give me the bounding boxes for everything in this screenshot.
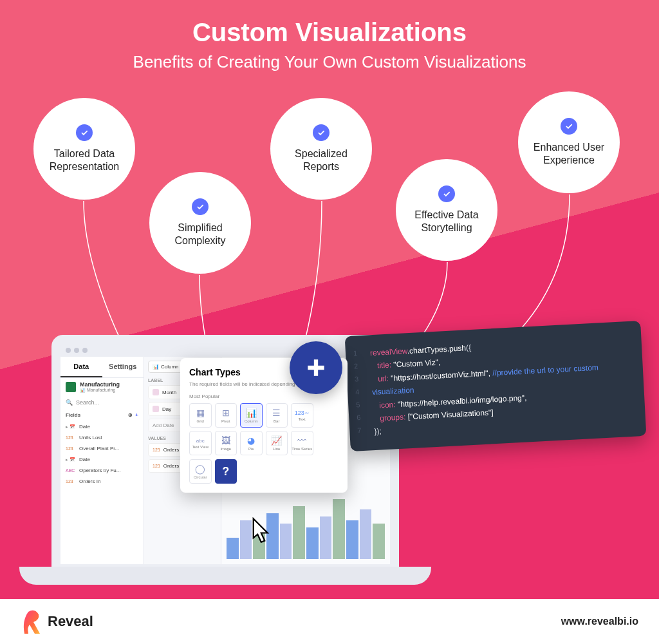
add-button[interactable] bbox=[290, 341, 342, 394]
code-snippet: 1234567 revealView.chartTypes.push({ tit… bbox=[345, 321, 647, 451]
check-icon bbox=[76, 124, 93, 141]
field-orders[interactable]: 123Orders In bbox=[60, 476, 144, 487]
field-plant[interactable]: 123Overall Plant Pr... bbox=[60, 443, 144, 454]
field-operators[interactable]: ABCOperators by Fu... bbox=[60, 465, 144, 476]
cursor-icon bbox=[245, 515, 274, 553]
globe-icon[interactable]: ⊕ bbox=[128, 412, 133, 418]
check-icon bbox=[313, 124, 330, 141]
field-date2[interactable]: ▸ 📅Date bbox=[60, 454, 144, 465]
footer: Reveal www.revealbi.io bbox=[0, 599, 659, 644]
chart-pie[interactable]: ◕Pie bbox=[240, 431, 263, 455]
page-title: Custom Visualizations bbox=[0, 0, 659, 47]
footer-url: www.revealbi.io bbox=[561, 616, 638, 627]
bubble-storytelling: Effective Data Storytelling bbox=[396, 159, 497, 261]
page-subtitle: Benefits of Creating Your Own Custom Vis… bbox=[0, 52, 659, 72]
chart-image[interactable]: 🖼Image bbox=[215, 431, 237, 455]
window-dots bbox=[60, 344, 390, 357]
chart-circular[interactable]: ◯Circular bbox=[189, 459, 212, 484]
bubble-specialized: Specialized Reports bbox=[270, 98, 372, 200]
tab-data[interactable]: Data bbox=[60, 357, 102, 377]
chart-custom[interactable]: ? bbox=[215, 459, 237, 484]
field-date[interactable]: ▸ 📅Date bbox=[60, 421, 144, 432]
bubble-experience: Enhanced User Experience bbox=[518, 91, 620, 193]
chart-line[interactable]: 📈Line bbox=[266, 431, 288, 455]
chart-pivot[interactable]: ⊞Pivot bbox=[215, 403, 237, 428]
benefits-bubbles: Tailored Data Representation Simplified … bbox=[0, 72, 659, 317]
chart-column[interactable]: 📊Column bbox=[240, 403, 263, 428]
chart-bar[interactable]: ☰Bar bbox=[266, 403, 288, 428]
chart-text[interactable]: 123∼Text bbox=[291, 403, 313, 428]
excel-icon bbox=[66, 382, 76, 392]
plus-icon[interactable]: + bbox=[135, 412, 138, 418]
chart-timeseries[interactable]: 〰Time Series bbox=[291, 431, 313, 455]
column-icon: 📊 bbox=[153, 364, 159, 370]
search-icon: 🔍 bbox=[66, 399, 73, 406]
check-icon bbox=[192, 198, 209, 215]
chart-grid[interactable]: ▦Grid bbox=[189, 403, 212, 428]
chart-textview[interactable]: abcText View bbox=[189, 431, 212, 455]
search-input[interactable]: 🔍Search... bbox=[60, 396, 144, 409]
brand-logo: Reveal bbox=[21, 608, 93, 635]
check-icon bbox=[438, 185, 455, 202]
bubble-tailored: Tailored Data Representation bbox=[33, 98, 135, 200]
bubble-simplified: Simplified Complexity bbox=[149, 172, 251, 274]
tab-settings[interactable]: Settings bbox=[102, 357, 144, 377]
field-units[interactable]: 123Units Lost bbox=[60, 432, 144, 443]
check-icon bbox=[561, 118, 577, 135]
